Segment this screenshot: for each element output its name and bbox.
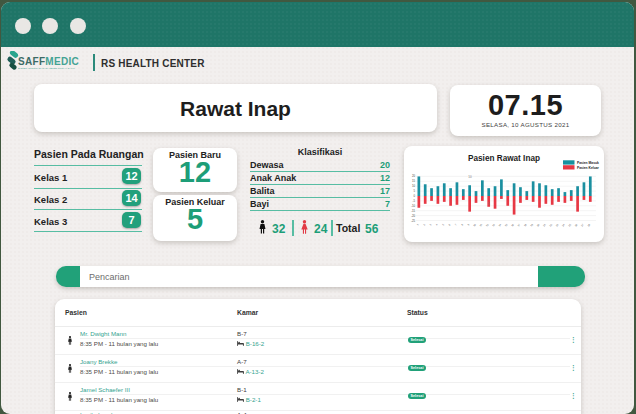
svg-text:5: 5 bbox=[413, 189, 415, 193]
svg-text:16: 16 bbox=[511, 223, 515, 227]
svg-text:-25: -25 bbox=[411, 219, 415, 223]
svg-text:-10: -10 bbox=[411, 204, 415, 208]
svg-text:Pasien Masuk: Pasien Masuk bbox=[577, 161, 599, 165]
svg-text:Pasien Rawat Inap: Pasien Rawat Inap bbox=[468, 154, 540, 163]
svg-text:20: 20 bbox=[536, 223, 540, 227]
svg-text:3: 3 bbox=[429, 223, 433, 226]
svg-text:10: 10 bbox=[473, 223, 477, 227]
svg-text:20: 20 bbox=[412, 174, 416, 178]
svg-text:-5: -5 bbox=[413, 199, 416, 203]
svg-text:-20: -20 bbox=[411, 214, 415, 218]
svg-text:10: 10 bbox=[468, 175, 472, 179]
svg-text:22: 22 bbox=[549, 223, 553, 227]
svg-text:28: 28 bbox=[587, 223, 591, 227]
svg-text:25: 25 bbox=[568, 223, 572, 227]
svg-text:0: 0 bbox=[413, 194, 415, 198]
svg-text:17: 17 bbox=[517, 223, 521, 227]
svg-text:-15: -15 bbox=[411, 209, 415, 213]
svg-text:Pasien Keluar: Pasien Keluar bbox=[577, 166, 600, 170]
svg-text:24: 24 bbox=[562, 223, 566, 227]
svg-text:14: 14 bbox=[498, 223, 502, 227]
svg-text:8: 8 bbox=[461, 223, 465, 226]
svg-text:27: 27 bbox=[581, 223, 585, 227]
svg-text:1: 1 bbox=[416, 223, 420, 226]
svg-text:6: 6 bbox=[448, 223, 452, 226]
svg-text:7: 7 bbox=[454, 223, 458, 226]
svg-text:9: 9 bbox=[467, 223, 471, 226]
svg-text:4: 4 bbox=[435, 223, 439, 226]
svg-text:15: 15 bbox=[412, 179, 416, 183]
svg-text:21: 21 bbox=[543, 223, 547, 227]
svg-text:23: 23 bbox=[555, 223, 559, 227]
svg-text:2: 2 bbox=[423, 223, 427, 226]
svg-text:15: 15 bbox=[504, 223, 508, 227]
svg-text:5: 5 bbox=[442, 223, 446, 226]
svg-text:26: 26 bbox=[574, 223, 578, 227]
svg-text:11: 11 bbox=[479, 223, 483, 227]
svg-text:18: 18 bbox=[524, 223, 528, 227]
svg-text:19: 19 bbox=[530, 223, 534, 227]
svg-text:10: 10 bbox=[412, 184, 416, 188]
svg-text:13: 13 bbox=[492, 223, 496, 227]
svg-text:12: 12 bbox=[485, 223, 489, 227]
